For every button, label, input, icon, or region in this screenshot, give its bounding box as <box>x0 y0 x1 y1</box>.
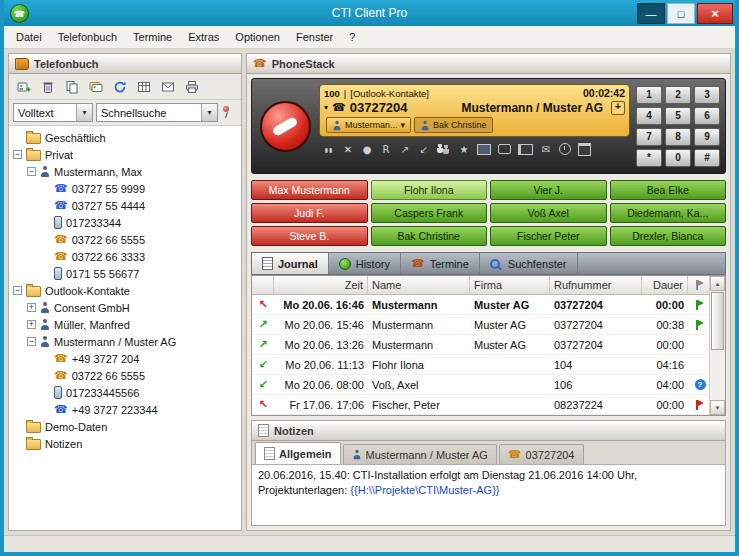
speed-dial-button[interactable]: Voß Axel <box>490 203 607 223</box>
history-icon[interactable] <box>559 143 571 155</box>
speed-dial-button[interactable]: Caspers Frank <box>371 203 488 223</box>
tree-item[interactable]: ☎03722 66 5555 <box>9 231 241 248</box>
tree-item[interactable]: Demo-Daten <box>9 418 241 435</box>
email-icon[interactable] <box>157 77 179 97</box>
tree-item[interactable]: 017233344 <box>9 214 241 231</box>
pin-icon[interactable] <box>221 105 231 120</box>
tree-item[interactable]: +Consent GmbH <box>9 299 241 316</box>
menu-item-termine[interactable]: Termine <box>125 28 180 46</box>
menu-item-telefonbuch[interactable]: Telefonbuch <box>50 28 125 46</box>
tree-item[interactable]: ☎+49 3727 204 <box>9 350 241 367</box>
speed-dial-button[interactable]: Diedemann, Ka... <box>610 203 727 223</box>
keypad-key-9[interactable]: 9 <box>694 128 720 146</box>
keypad-key-star[interactable]: * <box>636 149 662 167</box>
tab-journal[interactable]: Journal <box>252 253 329 274</box>
tree-expander[interactable]: − <box>13 150 22 159</box>
keypad-key-3[interactable]: 3 <box>694 86 720 104</box>
keypad-key-8[interactable]: 8 <box>665 128 691 146</box>
column-header-flag[interactable] <box>688 276 709 294</box>
journal-row[interactable]: ↙Mo 20.06. 08:00Voß, Axel10604:00? <box>252 375 709 395</box>
column-header-zeit[interactable]: Zeit <box>274 276 368 294</box>
tree-item[interactable]: −Outlook-Kontakte <box>9 282 241 299</box>
journal-row[interactable]: ↖Fr 17.06. 17:06Fischer, Peter0823722400… <box>252 395 709 415</box>
keypad-key-hash[interactable]: # <box>694 149 720 167</box>
notes-tab-03727204[interactable]: ☎03727204 <box>499 444 584 464</box>
menu-item-fenster[interactable]: Fenster <box>288 28 341 46</box>
column-header-name[interactable]: Name <box>368 276 470 294</box>
tree-item[interactable]: ☎+49 3727 223344 <box>9 401 241 418</box>
speed-dial-button[interactable]: Bak Christine <box>371 226 488 246</box>
speed-dial-button[interactable]: Judi F. <box>251 203 368 223</box>
keypad-key-4[interactable]: 4 <box>636 107 662 125</box>
conference-icon[interactable] <box>437 144 451 154</box>
column-header-rufnummer[interactable]: Rufnummer <box>550 276 642 294</box>
tree-item[interactable]: ☎03722 66 5555 <box>9 367 241 384</box>
notes-tab-mustermann-muster-ag[interactable]: Mustermann / Muster AG <box>343 444 497 464</box>
column-header-firma[interactable]: Firma <box>470 276 550 294</box>
speed-dial-button[interactable]: Vier J. <box>490 180 607 200</box>
print-icon[interactable] <box>181 77 203 97</box>
favorites-icon[interactable]: ★ <box>458 144 470 155</box>
tab-suchfenster[interactable]: Suchfenster <box>480 253 578 274</box>
tree-expander[interactable]: + <box>27 303 36 312</box>
call-tab[interactable]: Musterman...▾ <box>326 117 411 133</box>
addressbook-icon[interactable] <box>518 144 533 155</box>
menu-item-extras[interactable]: Extras <box>180 28 227 46</box>
screen-icon[interactable] <box>477 144 491 155</box>
keypad-key-5[interactable]: 5 <box>665 107 691 125</box>
pause-icon[interactable]: ▮▮ <box>323 146 335 153</box>
tree-expander[interactable]: − <box>27 337 36 346</box>
tree-item[interactable]: −Privat <box>9 146 241 163</box>
pickup-icon[interactable]: ↙ <box>418 144 430 155</box>
scroll-down-icon[interactable]: ▼ <box>710 400 725 415</box>
journal-scrollbar[interactable]: ▲ ▼ <box>709 276 725 415</box>
refresh-icon[interactable] <box>109 77 131 97</box>
chat-icon[interactable] <box>498 144 511 154</box>
tree-item[interactable]: 0171 55 56677 <box>9 265 241 282</box>
speed-dial-button[interactable]: Fischer Peter <box>490 226 607 246</box>
scroll-track[interactable] <box>710 291 725 400</box>
notes-link[interactable]: {{H:\\Projekte\CTI\Muster-AG}} <box>350 484 499 496</box>
maximize-button[interactable]: □ <box>667 3 695 24</box>
tree-item[interactable]: −Mustermann / Muster AG <box>9 333 241 350</box>
tree-item[interactable]: ☎03722 66 3333 <box>9 248 241 265</box>
transfer-icon[interactable]: ↗ <box>399 144 411 155</box>
speed-dial-button[interactable]: Flohr Ilona <box>371 180 488 200</box>
email-icon[interactable]: ✉ <box>540 144 552 155</box>
new-contact-icon[interactable] <box>13 77 35 97</box>
fulltext-combo[interactable]: Volltext ▾ <box>13 103 93 122</box>
speed-dial-button[interactable]: Steve B. <box>251 226 368 246</box>
tree-item[interactable]: Geschäftlich <box>9 129 241 146</box>
menu-item-datei[interactable]: Datei <box>8 28 50 46</box>
tree-item[interactable]: ☎03727 55 9999 <box>9 180 241 197</box>
tree-item[interactable]: −Mustermann, Max <box>9 163 241 180</box>
menu-item-optionen[interactable]: Optionen <box>227 28 288 46</box>
redial-icon[interactable]: R <box>380 144 392 155</box>
keypad-key-6[interactable]: 6 <box>694 107 720 125</box>
notes-tab-allgemein[interactable]: Allgemein <box>255 442 341 464</box>
keypad-key-0[interactable]: 0 <box>665 149 691 167</box>
keypad-key-1[interactable]: 1 <box>636 86 662 104</box>
journal-row[interactable]: ↖Mo 20.06. 16:46MustermannMuster AG03727… <box>252 295 709 315</box>
tree-item[interactable]: +Müller, Manfred <box>9 316 241 333</box>
contact-cards-icon[interactable] <box>85 77 107 97</box>
calendar-icon[interactable] <box>578 143 591 156</box>
chevron-down-icon[interactable]: ▾ <box>76 104 92 121</box>
close-button[interactable]: × <box>697 3 733 24</box>
tab-termine[interactable]: ☎Termine <box>401 253 480 274</box>
tree-expander[interactable]: − <box>13 286 22 295</box>
tab-history[interactable]: History <box>329 253 401 274</box>
notes-text[interactable]: 20.06.2016, 15.40: CTI-Installation erfo… <box>252 465 725 525</box>
tree-expander[interactable]: − <box>27 167 36 176</box>
call-tab[interactable]: Bak Christine <box>414 117 493 133</box>
tree-item[interactable]: Notizen <box>9 435 241 452</box>
speed-dial-button[interactable]: Bea Elke <box>610 180 727 200</box>
add-call-button[interactable]: + <box>611 101 625 115</box>
speed-dial-button[interactable]: Drexler, Bianca <box>610 226 727 246</box>
tree-expander[interactable]: + <box>27 320 36 329</box>
tree-item[interactable]: ☎03727 55 4444 <box>9 197 241 214</box>
call-button[interactable] <box>260 101 311 152</box>
quicksearch-combo[interactable]: Schnellsuche ▾ <box>96 103 218 122</box>
column-header-direction[interactable] <box>252 276 274 294</box>
journal-row[interactable]: ↗Mo 20.06. 13:26MustermannMuster AG03727… <box>252 335 709 355</box>
